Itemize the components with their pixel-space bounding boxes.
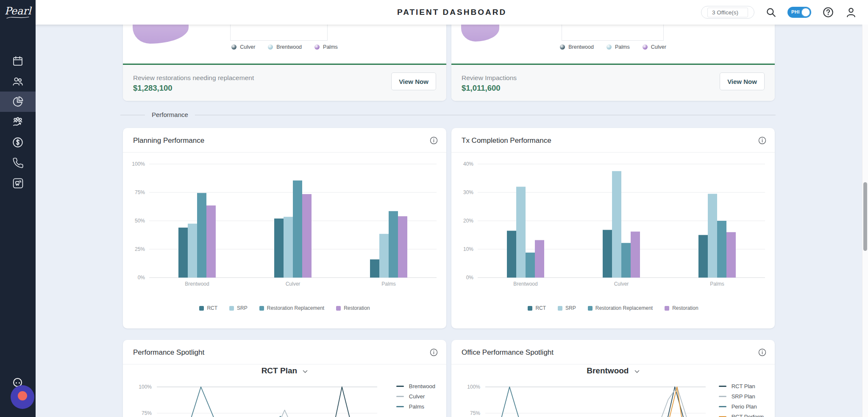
- clipped-chart-frame: [562, 25, 664, 41]
- planning-performance-bar-chart: 0%25%50%75%100%BrentwoodCulverPalms: [123, 153, 446, 303]
- legend-item: Culver: [643, 44, 666, 50]
- svg-text:75%: 75%: [142, 410, 152, 416]
- svg-text:Brentwood: Brentwood: [185, 281, 209, 287]
- legend-swatch: [719, 396, 726, 397]
- summary-message: Review Impactions: [462, 74, 517, 82]
- sidebar-item-calls[interactable]: [0, 153, 36, 173]
- legend-swatch: [259, 306, 264, 311]
- sidebar-menu: [0, 51, 36, 193]
- view-now-button[interactable]: View Now: [391, 72, 436, 90]
- phone-icon: [12, 157, 24, 169]
- legend-label: Culver: [409, 393, 425, 400]
- legend-label: Culver: [651, 44, 666, 50]
- summary-card-impactions: BrentwoodPalmsCulver Review Impactions $…: [451, 25, 775, 101]
- sidebar-item-patients[interactable]: [0, 71, 36, 92]
- legend-item: SRP Plan: [719, 393, 764, 400]
- fab-record-dot: [18, 391, 27, 400]
- info-icon[interactable]: [430, 348, 438, 358]
- svg-text:Culver: Culver: [614, 281, 629, 287]
- legend-label: Restoration: [344, 305, 370, 311]
- clipped-donut-slice: [461, 25, 499, 42]
- chevron-down-icon: [634, 370, 640, 373]
- view-now-button[interactable]: View Now: [720, 72, 765, 90]
- help-icon[interactable]: [822, 6, 834, 18]
- card-title: Planning Performance: [133, 136, 204, 145]
- card-title: Performance Spotlight: [133, 348, 204, 357]
- chevron-down-icon: [303, 370, 308, 373]
- scrollbar-thumb[interactable]: [863, 182, 867, 251]
- svg-text:Culver: Culver: [286, 281, 300, 287]
- svg-text:30%: 30%: [463, 189, 473, 195]
- summary-amount: $1,283,100: [133, 83, 172, 93]
- svg-text:Brentwood: Brentwood: [513, 281, 537, 287]
- svg-text:0%: 0%: [138, 275, 145, 281]
- offices-selector[interactable]: 3 Office(s): [701, 6, 754, 19]
- legend-label: RCT Perform: [732, 414, 764, 417]
- legend-label: RCT Plan: [732, 383, 755, 389]
- performance-section-divider: Performance: [120, 111, 776, 118]
- sidebar-item-schedule[interactable]: [0, 51, 36, 71]
- svg-text:100%: 100%: [132, 161, 145, 167]
- phi-toggle[interactable]: PHI: [787, 7, 811, 18]
- line-chart-legend: RCT PlanSRP PlanPerio PlanRCT Perform: [719, 383, 764, 417]
- search-icon[interactable]: [765, 7, 776, 18]
- scrollbar-track[interactable]: [862, 25, 868, 417]
- legend-item: Palms: [396, 403, 435, 410]
- office-selector-dropdown[interactable]: Brentwood: [451, 366, 775, 375]
- sidebar-item-imaging[interactable]: [0, 173, 36, 193]
- legend-label: Restoration: [672, 305, 698, 311]
- calendar-icon: [12, 55, 24, 67]
- top-bar: PATIENT DASHBOARD 3 Office(s) PHI: [0, 0, 868, 25]
- phi-toggle-knob[interactable]: [801, 8, 810, 17]
- legend-label: SRP Plan: [732, 393, 755, 400]
- legend-item: Culver: [396, 393, 435, 400]
- legend-dot: [643, 44, 648, 50]
- legend-label: Culver: [240, 44, 255, 50]
- offices-value[interactable]: 3 Office(s): [707, 8, 748, 17]
- card-header: Office Performance Spotlight: [451, 340, 775, 364]
- sidebar-item-dashboard[interactable]: [0, 92, 36, 112]
- clipped-donut-slice: [133, 25, 189, 44]
- svg-text:100%: 100%: [467, 384, 480, 390]
- legend-swatch: [558, 306, 562, 311]
- dollar-circle-icon: [11, 136, 24, 149]
- summary-footer: Review Impactions $1,011,600 View Now: [451, 65, 775, 101]
- bar-chart-legend: RCTSRPRestoration ReplacementRestoration: [451, 305, 775, 311]
- legend-swatch: [396, 396, 404, 397]
- legend-swatch: [396, 406, 404, 407]
- office-selector-value: Brentwood: [587, 366, 629, 375]
- sidebar-item-billing[interactable]: [0, 132, 36, 153]
- legend-swatch: [528, 306, 532, 311]
- performance-spotlight-card: Performance Spotlight RCT Plan 100%75%50…: [123, 340, 446, 417]
- svg-text:40%: 40%: [463, 161, 473, 167]
- legend-swatch: [199, 306, 204, 311]
- metric-selector-dropdown[interactable]: RCT Plan: [123, 366, 446, 375]
- summary-amount: $1,011,600: [462, 83, 501, 93]
- svg-text:75%: 75%: [135, 189, 145, 195]
- legend-label: Brentwood: [568, 44, 594, 50]
- info-icon[interactable]: [758, 348, 766, 358]
- legend-swatch: [396, 386, 404, 387]
- info-icon[interactable]: [430, 136, 438, 146]
- card-header: Performance Spotlight: [123, 340, 446, 364]
- metric-selector-value: RCT Plan: [262, 366, 297, 375]
- phi-toggle-label: PHI: [791, 9, 800, 14]
- pearl-logo[interactable]: Pearl: [0, 5, 36, 19]
- legend-label: Restoration Replacement: [595, 305, 653, 311]
- legend-item: Brentwood: [268, 44, 302, 50]
- info-icon[interactable]: [758, 136, 766, 146]
- sidebar-nav: Pearl: [0, 0, 36, 417]
- legend-item: Perio Plan: [719, 403, 764, 410]
- svg-text:75%: 75%: [470, 410, 480, 416]
- planning-performance-card: Planning Performance 0%25%50%75%100%Bren…: [123, 128, 446, 328]
- legend-label: SRP: [565, 305, 576, 311]
- legend-label: SRP: [237, 305, 248, 311]
- legend-dot: [314, 44, 320, 50]
- section-label: Performance: [145, 111, 195, 118]
- sidebar-item-team-performance[interactable]: [0, 112, 36, 132]
- card-title: Office Performance Spotlight: [462, 348, 554, 357]
- legend-item: Brentwood: [560, 44, 594, 50]
- legend-item: Palms: [606, 44, 630, 50]
- assistant-fab-button[interactable]: [11, 385, 34, 409]
- user-account-icon[interactable]: [845, 6, 857, 18]
